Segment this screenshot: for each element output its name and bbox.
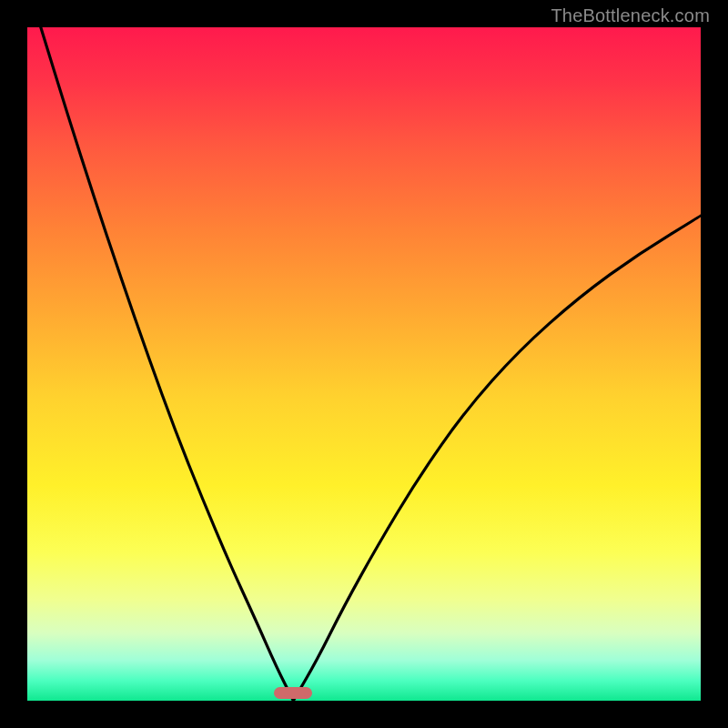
curve-left-branch — [41, 27, 294, 701]
frame: TheBottleneck.com — [0, 0, 728, 728]
curve-right-branch — [293, 216, 701, 701]
watermark-text: TheBottleneck.com — [551, 5, 710, 26]
plot-area — [27, 27, 701, 701]
minimum-marker — [274, 687, 312, 699]
bottleneck-curve — [27, 27, 701, 701]
